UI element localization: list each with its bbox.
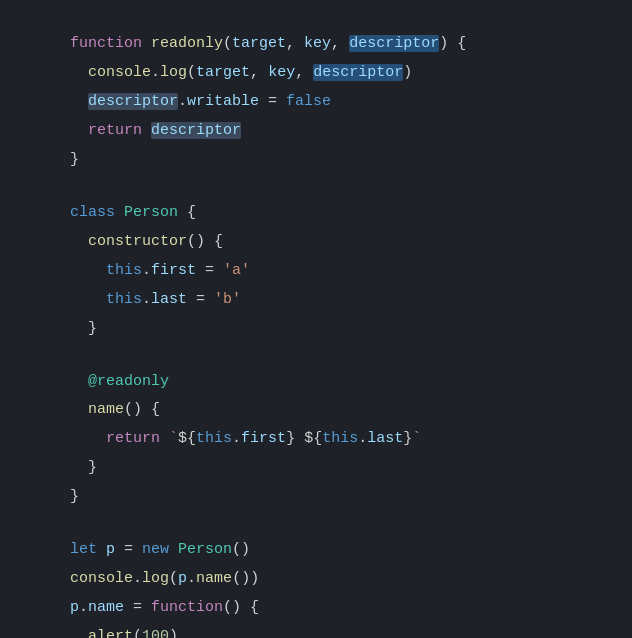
code-line-12 [0, 322, 632, 346]
code-line-14: name() { [0, 374, 632, 403]
code-line-6 [0, 153, 632, 177]
code-line-4: return descriptor [0, 95, 632, 124]
code-line-17: } [0, 461, 632, 490]
code-line-15: return `${this.first} ${this.last}` [0, 403, 632, 432]
code-line-5: } [0, 124, 632, 153]
code-line-10: this.last = 'b' [0, 264, 632, 293]
code-line-16: } [0, 432, 632, 461]
code-line-20: console.log(p.name()) [0, 543, 632, 572]
code-line-8: constructor() { [0, 206, 632, 235]
code-line-13: @readonly [0, 346, 632, 375]
code-line-11: } [0, 293, 632, 322]
code-line-9: this.first = 'a' [0, 235, 632, 264]
code-line-22: alert(100) [0, 601, 632, 630]
code-editor: function readonly(target, key, descripto… [0, 0, 632, 638]
code-line-21: p.name = function() { [0, 572, 632, 601]
code-line-18 [0, 490, 632, 514]
code-line-3: descriptor.writable = false [0, 66, 632, 95]
code-line-2: console.log(target, key, descriptor) [0, 37, 632, 66]
code-line-7: class Person { [0, 177, 632, 206]
code-line-19: let p = new Person() [0, 514, 632, 543]
code-line-1: function readonly(target, key, descripto… [0, 8, 632, 37]
